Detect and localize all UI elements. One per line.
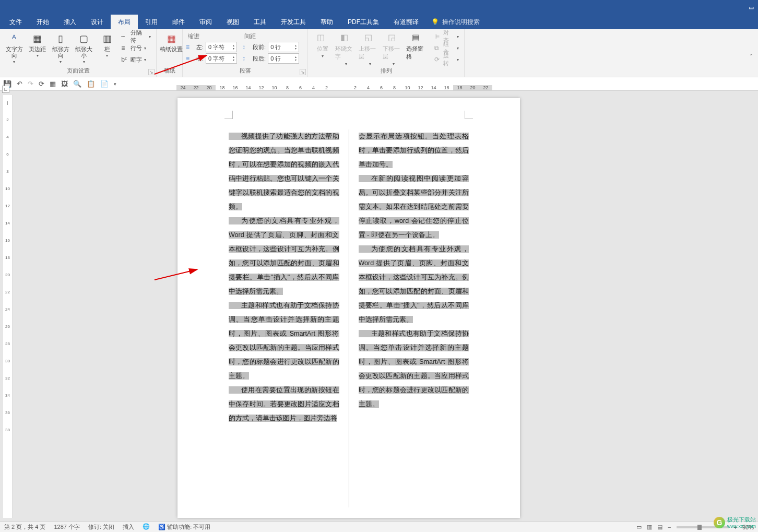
redo-icon[interactable]: ↷ xyxy=(28,80,33,88)
paste-icon[interactable]: 📄 xyxy=(100,80,109,88)
space-before-input[interactable]: 0 行▴▾ xyxy=(268,42,299,52)
space-after-input[interactable]: 0 行▴▾ xyxy=(268,53,299,64)
page: 视频提供了功能强大的方法帮助您证明您的观点。当您单击联机视频时，可以在想要添加的… xyxy=(177,98,520,518)
ribbon: ᴬ 文字方向 ▾ ▦ 页边距 ▾ ▯ 纸张方向 ▾ ▢ 纸张大小 ▾ ▥ 栏 xyxy=(0,29,758,77)
space-before-icon: ↕ xyxy=(242,43,251,51)
tab-layout[interactable]: 布局 xyxy=(111,15,138,29)
undo-icon[interactable]: ↶ xyxy=(17,80,22,88)
hyphenation-icon: bᶜ xyxy=(121,56,128,63)
manuscript-button[interactable]: ▦ 稿纸设置 xyxy=(160,31,183,53)
status-words[interactable]: 1287 个字 xyxy=(54,523,80,531)
tab-mailings[interactable]: 邮件 xyxy=(165,15,192,29)
status-a11y[interactable]: ♿ 辅助功能: 不可用 xyxy=(158,523,210,531)
tab-stop-selector[interactable]: ∟ xyxy=(2,86,9,93)
tell-me-search[interactable]: 💡 操作说明搜索 xyxy=(431,18,480,27)
tab-design[interactable]: 设计 xyxy=(84,15,111,29)
picture-icon[interactable]: 🖼 xyxy=(61,80,68,88)
view-read-icon[interactable]: ▭ xyxy=(636,524,642,530)
tab-pdf[interactable]: PDF工具集 xyxy=(340,15,386,29)
forward-icon: ◱ xyxy=(364,32,376,44)
tab-tools[interactable]: 工具 xyxy=(246,15,274,29)
columns-icon: ▥ xyxy=(101,32,113,45)
margin-corner-icon xyxy=(224,111,233,119)
tab-home[interactable]: 开始 xyxy=(29,15,56,29)
group-icon: ⧉ xyxy=(434,44,442,52)
status-bar: 第 2 页，共 4 页 1287 个字 修订: 关闭 插入 🌐 ♿ 辅助功能: … xyxy=(0,522,758,532)
status-lang-icon[interactable]: 🌐 xyxy=(143,523,150,531)
document-area[interactable]: 视频提供了功能强大的方法帮助您证明您的观点。当您单击联机视频时，可以在想要添加的… xyxy=(15,92,758,522)
bulb-icon: 💡 xyxy=(431,18,439,26)
margins-icon: ▦ xyxy=(31,32,44,45)
rotate-button: ⟳旋转▾ xyxy=(432,54,461,65)
page-setup-label: 页面设置 xyxy=(3,67,153,76)
refresh-icon[interactable]: ⟳ xyxy=(39,80,44,88)
rotate-icon: ⟳ xyxy=(434,56,442,63)
hyphenation-button[interactable]: bᶜ断字▾ xyxy=(119,54,153,65)
copy-icon[interactable]: 📋 xyxy=(87,80,95,88)
tab-view[interactable]: 视图 xyxy=(219,15,246,29)
status-track[interactable]: 修订: 关闭 xyxy=(88,523,114,531)
wrap-button: ◧环绕文字▾ xyxy=(335,31,358,66)
orientation-icon: ▯ xyxy=(54,32,67,45)
tab-review[interactable]: 审阅 xyxy=(192,15,219,29)
tab-translate[interactable]: 有道翻译 xyxy=(386,15,426,29)
page-setup-launcher[interactable]: ↘ xyxy=(148,69,155,75)
column-1[interactable]: 视频提供了功能强大的方法帮助您证明您的观点。当您单击联机视频时，可以在想要添加的… xyxy=(229,129,339,507)
window-restore-icon[interactable]: ▭ xyxy=(749,4,754,11)
zoom-out-icon[interactable]: − xyxy=(668,524,671,530)
space-after-icon: ↕ xyxy=(242,55,251,62)
indent-right-icon: ≡ xyxy=(186,55,194,62)
forward-button: ◱上移一层▾ xyxy=(359,31,382,66)
paragraph-launcher[interactable]: ↘ xyxy=(300,69,306,75)
selection-icon: ▤ xyxy=(412,32,423,44)
backward-button: ◲下移一层▾ xyxy=(383,31,406,66)
margins-button[interactable]: ▦ 页边距 ▾ xyxy=(26,31,48,59)
line-numbers-button[interactable]: ≡行号▾ xyxy=(119,43,153,53)
vertical-ruler[interactable]: |2468101214161820222426283032343638 xyxy=(3,95,13,518)
view-web-icon[interactable]: ▤ xyxy=(657,524,662,530)
status-mode[interactable]: 插入 xyxy=(123,523,134,531)
titlebar: ▭ xyxy=(0,0,758,15)
watermark-logo-icon: G xyxy=(714,517,725,528)
tab-references[interactable]: 引用 xyxy=(138,15,165,29)
tab-insert[interactable]: 插入 xyxy=(56,15,84,29)
selection-pane-button[interactable]: ▤选择窗格 xyxy=(406,31,429,61)
size-icon: ▢ xyxy=(78,32,90,45)
chevron-down-icon: ▾ xyxy=(83,60,85,64)
chevron-down-icon: ▾ xyxy=(13,60,15,64)
horizontal-ruler[interactable]: 24 22 20 18 16 14 12 10 8 6 4 2 2 4 6 8 … xyxy=(176,84,492,92)
view-print-icon[interactable]: ▥ xyxy=(647,524,652,530)
manuscript-icon: ▦ xyxy=(165,32,177,45)
chevron-down-icon: ▾ xyxy=(106,53,108,58)
group-arrange: ◫位置▾ ◧环绕文字▾ ◱上移一层▾ ◲下移一层▾ ▤选择窗格 ⊫对齐▾ ⧉组合… xyxy=(308,29,465,77)
text-direction-button[interactable]: ᴬ 文字方向 ▾ xyxy=(3,31,25,65)
status-page[interactable]: 第 2 页，共 4 页 xyxy=(4,523,45,531)
margin-corner-icon xyxy=(465,111,473,119)
chevron-down-icon: ▾ xyxy=(60,60,62,64)
tab-developer[interactable]: 开发工具 xyxy=(274,15,313,29)
position-icon: ◫ xyxy=(317,32,328,44)
table-icon[interactable]: ▦ xyxy=(50,80,56,88)
column-2[interactable]: 会显示布局选项按钮。当处理表格时，单击要添加行或列的位置，然后单击加号。 在新的… xyxy=(359,129,469,507)
backward-icon: ◲ xyxy=(388,32,399,44)
position-button: ◫位置▾ xyxy=(311,31,334,58)
size-button[interactable]: ▢ 纸张大小 ▾ xyxy=(73,31,94,65)
column-divider xyxy=(349,129,349,507)
qat-dropdown-icon[interactable]: ▾ xyxy=(114,81,116,87)
breaks-button[interactable]: ╌分隔符▾ xyxy=(119,31,153,42)
indent-left-input[interactable]: 0 字符▴▾ xyxy=(206,42,237,52)
breaks-icon: ╌ xyxy=(121,33,128,40)
magnify-icon[interactable]: 🔍 xyxy=(73,80,81,88)
columns-button[interactable]: ▥ 栏 ▾ xyxy=(96,31,118,59)
tab-file[interactable]: 文件 xyxy=(2,15,29,29)
orientation-button[interactable]: ▯ 纸张方向 ▾ xyxy=(50,31,72,65)
chevron-down-icon: ▾ xyxy=(37,53,39,58)
group-page-setup: ᴬ 文字方向 ▾ ▦ 页边距 ▾ ▯ 纸张方向 ▾ ▢ 纸张大小 ▾ ▥ 栏 xyxy=(0,29,157,77)
indent-right-input[interactable]: 0 字符▴▾ xyxy=(206,53,237,64)
text-direction-icon: ᴬ xyxy=(8,32,20,45)
watermark: G 极光下载站 www.xz7.com xyxy=(714,516,756,529)
collapse-ribbon-icon[interactable]: ˄ xyxy=(750,53,753,75)
wrap-icon: ◧ xyxy=(340,32,352,44)
tab-help[interactable]: 帮助 xyxy=(313,15,340,29)
indent-left-icon: ≡ xyxy=(186,43,194,51)
